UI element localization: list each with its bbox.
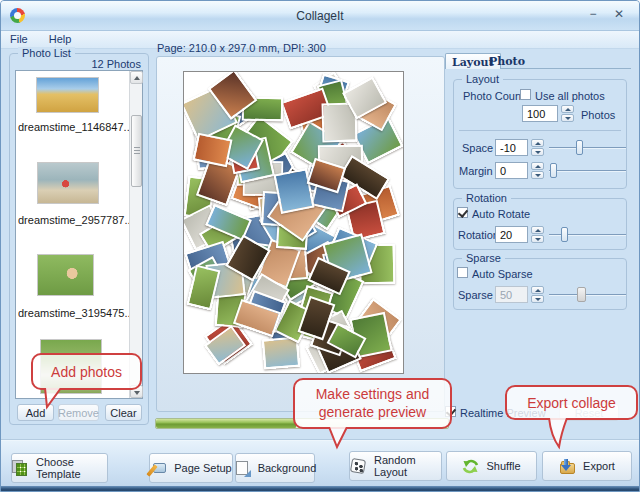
margin-slider[interactable] <box>549 162 626 179</box>
rotation-group-label: Rotation <box>462 192 511 204</box>
page-setup-icon <box>150 460 167 477</box>
random-layout-button[interactable]: Random Layout <box>349 451 442 481</box>
rotation-field[interactable]: 20 <box>495 226 528 243</box>
callout-make-settings-tail <box>323 427 353 450</box>
menu-item-help[interactable]: Help <box>40 31 81 47</box>
collage-page[interactable] <box>183 71 404 374</box>
shuffle-icon <box>462 458 479 475</box>
shuffle-button[interactable]: Shuffle <box>446 451 537 481</box>
choose-template-button[interactable]: Choose Template <box>11 453 108 483</box>
space-label: Space <box>462 142 493 154</box>
menu-item-file[interactable]: File <box>1 31 37 47</box>
export-button[interactable]: Export <box>542 451 632 481</box>
use-all-photos-checkbox[interactable] <box>520 89 531 100</box>
choose-template-label: Choose Template <box>36 456 107 480</box>
margin-spinner[interactable] <box>531 162 544 179</box>
scroll-thumb[interactable] <box>131 115 142 187</box>
sparse-group-label: Sparse <box>462 252 505 264</box>
space-slider[interactable] <box>549 139 626 156</box>
auto-rotate-label[interactable]: Auto Rotate <box>472 208 530 220</box>
choose-template-icon <box>12 460 29 477</box>
rotation-spinner[interactable] <box>531 226 544 243</box>
margin-label: Margin <box>459 165 493 177</box>
tab-photo[interactable]: Photo <box>483 53 531 69</box>
space-spinner[interactable] <box>531 139 544 156</box>
collage-photo <box>273 168 314 214</box>
auto-sparse-label[interactable]: Auto Sparse <box>472 268 533 280</box>
minimize-button[interactable]: − <box>583 6 603 22</box>
margin-field[interactable]: 0 <box>495 162 528 179</box>
list-scrollbar[interactable] <box>129 71 142 398</box>
page-info-label: Page: 210.0 x 297.0 mm, DPI: 300 <box>157 42 326 54</box>
settings-tabstrip: Layout Photo <box>445 54 631 69</box>
background-icon <box>234 460 251 477</box>
collageit-window: CollageIt − ✕ File Help Photo List 12 Ph… <box>0 0 640 492</box>
page-setup-button[interactable]: Page Setup <box>149 453 233 483</box>
use-all-photos-label[interactable]: Use all photos <box>535 90 605 102</box>
window-title: CollageIt <box>1 9 639 23</box>
rotation-slider[interactable] <box>549 226 626 243</box>
progress-fill <box>156 419 296 428</box>
titlebar[interactable]: CollageIt − ✕ <box>1 1 639 31</box>
close-button[interactable]: ✕ <box>609 6 629 22</box>
photo-count-spinner[interactable] <box>561 105 574 122</box>
auto-rotate-checkbox[interactable] <box>457 207 468 218</box>
sparse-spinner[interactable] <box>531 286 544 303</box>
clear-button[interactable]: Clear <box>105 404 142 421</box>
window-bottom-frame <box>1 486 639 492</box>
background-button[interactable]: Background <box>235 453 315 483</box>
photo-filename[interactable]: dreamstime_2957787... <box>18 214 128 226</box>
callout-add-photos-tail <box>39 388 65 410</box>
page-setup-label: Page Setup <box>174 462 232 474</box>
background-label: Background <box>258 462 317 474</box>
rotation-label: Rotation <box>458 229 499 241</box>
photo-listbox[interactable]: dreamstime_1146847... dreamstime_2957787… <box>15 70 143 399</box>
photo-filename[interactable]: dreamstime_3195475... <box>18 307 128 319</box>
sparse-slider[interactable] <box>549 286 626 303</box>
export-icon <box>559 458 576 475</box>
callout-add-photos: Add photos <box>31 353 142 390</box>
random-layout-icon <box>350 458 367 475</box>
callout-export-collage-tail <box>541 418 573 450</box>
layout-group-label: Layout <box>462 73 503 85</box>
collage-photo <box>261 337 300 370</box>
photos-suffix-label: Photos <box>581 109 615 121</box>
photo-filename[interactable]: dreamstime_1146847... <box>18 121 128 133</box>
photo-thumbnail[interactable] <box>37 162 99 204</box>
sparse-label: Sparse <box>458 289 493 301</box>
photo-count-total-label: 12 Photos <box>1 58 141 70</box>
space-field[interactable]: -10 <box>495 139 528 156</box>
layout-separator <box>459 130 621 131</box>
shuffle-label: Shuffle <box>486 460 520 472</box>
photo-count-label: Photo Count <box>463 90 524 102</box>
auto-sparse-checkbox[interactable] <box>457 267 468 278</box>
random-layout-label: Random Layout <box>374 454 441 478</box>
callout-make-settings: Make settings and generate preview <box>293 378 452 429</box>
sparse-field[interactable]: 50 <box>495 286 528 303</box>
callout-export-collage: Export collage <box>505 385 638 420</box>
export-label: Export <box>583 460 615 472</box>
photo-count-field[interactable]: 100 <box>522 105 558 122</box>
photo-thumbnail[interactable] <box>37 254 94 296</box>
scroll-up-button[interactable] <box>130 71 143 84</box>
photo-thumbnail[interactable] <box>36 77 99 113</box>
